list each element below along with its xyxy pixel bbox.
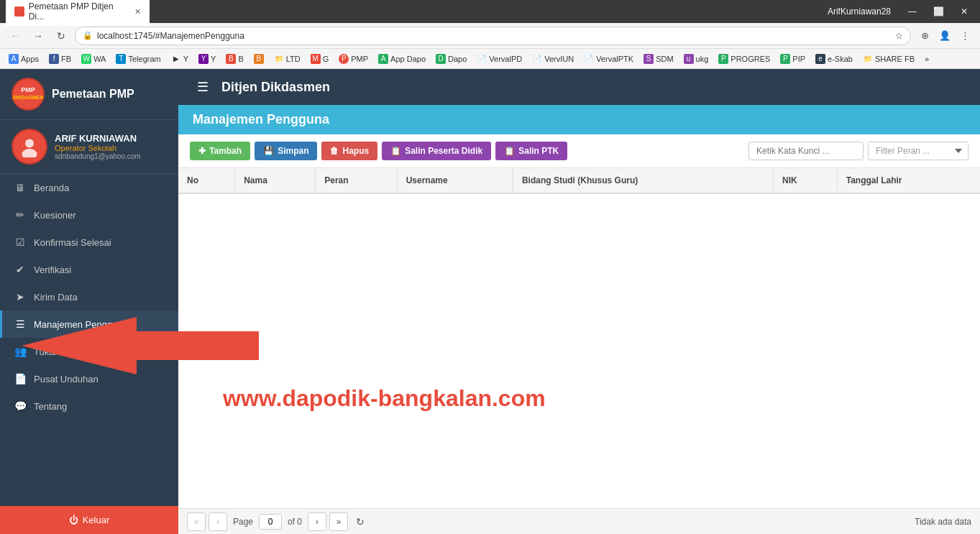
sidebar-item-manajemenpengguna[interactable]: ☰ Manajemen Pengguna [0,310,178,338]
salin-ptk-label: Salin PTK [518,146,559,156]
user-role: Operator Sekolah [55,144,141,152]
bookmark-wa[interactable]: W WA [77,52,110,65]
manajemen-icon: ☰ [14,318,27,330]
bookmark-appdapo-label: App Dapo [390,55,426,63]
page-number-input[interactable] [259,514,282,530]
first-page-button[interactable]: « [187,512,206,531]
extensions-icon[interactable]: ⊕ [915,27,934,45]
bookmark-y2[interactable]: Y Y [194,52,220,65]
sidebar-item-tentang[interactable]: 💬 Tentang [0,392,178,420]
sidebar-item-kirimdata[interactable]: ➤ Kirim Data [0,283,178,310]
bookmark-pip[interactable]: P PIP [776,52,810,65]
profile-icon[interactable]: 👤 [935,27,954,45]
tab-close-button[interactable]: ✕ [134,7,141,17]
refresh-button[interactable]: ↻ [52,27,70,45]
tab-favicon [14,6,24,17]
eskab-icon: e [815,54,825,64]
bookmark-verviun[interactable]: 📄 VervIUN [528,52,578,65]
search-input[interactable] [748,142,864,160]
sidebar-avatar-row: ARIF KURNIAWAN Operator Sekolah sdnbandu… [12,129,167,165]
last-page-button[interactable]: » [329,512,348,531]
sidebar-item-konfirmasi[interactable]: ☑ Konfirmasi Selesai [0,229,178,256]
bookmark-vervalptk-label: VervalPTK [596,55,633,63]
simpan-button[interactable]: 💾 Simpan [255,142,317,160]
close-button[interactable]: ✕ [954,1,974,22]
sidebar-item-tukarpengguna[interactable]: 👥 Tukar Pengguna [0,338,178,365]
simpan-label: Simpan [278,146,308,156]
konfirmasi-icon: ☑ [14,236,27,248]
hapus-button[interactable]: 🗑 Hapus [321,142,377,160]
arrow-annotation [178,310,259,384]
bookmark-gmail[interactable]: M G [306,52,334,65]
telegram-icon: T [116,54,126,64]
watermark: www.dapodik-bangkalan.com [223,385,546,412]
bookmark-b2[interactable]: B [249,52,268,65]
sidebar-item-beranda[interactable]: 🖥 Beranda [0,174,178,201]
next-page-button[interactable]: › [308,512,326,531]
bookmark-vervalpd-label: VervalPD [489,55,522,63]
prev-page-button[interactable]: ‹ [209,512,227,531]
browser-right-icons: ⊕ 👤 ⋮ [915,27,974,45]
bookmark-ukg-label: ukg [696,55,709,63]
apps-bookmark-icon: A [9,54,19,64]
bookmark-vervalpd[interactable]: 📄 VervalPD [472,52,526,65]
sidebar-item-verifikasi[interactable]: ✔ Verifikasi [0,256,178,283]
bookmark-telegram[interactable]: T Telegram [111,52,165,65]
salin-ptk-button[interactable]: 📋 Salin PTK [495,142,567,160]
logout-button[interactable]: ⏻ Keluar [0,506,178,534]
salin-peserta-button[interactable]: 📋 Salin Peserta Didik [382,142,491,160]
bookmark-appdapo[interactable]: A App Dapo [374,52,430,65]
browser-titlebar: Pemetaan PMP Ditjen Di... ✕ ArifKurniawa… [0,0,980,23]
tambah-button[interactable]: ✚ Tambah [190,142,250,160]
bookmark-apps[interactable]: A Apps [4,52,43,65]
browser-tab[interactable]: Pemetaan PMP Ditjen Di... ✕ [6,0,150,26]
bookmark-dapo[interactable]: D Dapo [431,52,471,65]
maximize-button[interactable]: ⬜ [928,1,948,22]
more-bookmarks[interactable]: » [920,53,933,65]
data-table: No Nama Peran Username Bidang Studi (Khu… [178,168,980,194]
beranda-icon: 🖥 [14,182,27,193]
minimize-button[interactable]: — [902,1,922,22]
bookmark-vervalptk[interactable]: 📄 VervalPTK [580,52,638,65]
bookmark-pip-label: PIP [792,55,805,63]
sidebar-item-pusatunduhan[interactable]: 📄 Pusat Unduhan [0,365,178,392]
bookmark-eskab[interactable]: e e-Skab [811,52,857,65]
address-bar-container: ← → ↻ 🔒 localhost:1745/#ManajemenPenggun… [0,23,980,49]
sidebar-item-kuesioner[interactable]: ✏ Kuesioner [0,201,178,229]
bookmark-sharefb[interactable]: 📁 SHARE FB [858,52,919,65]
hamburger-button[interactable]: ☰ [193,78,213,96]
filter-select[interactable]: Filter Peran ... [868,142,968,160]
toolbar: ✚ Tambah 💾 Simpan 🗑 Hapus 📋 Salin Pesert… [178,134,980,168]
bookmark-fb[interactable]: f FB [45,52,75,65]
fb-icon: f [49,54,59,64]
avatar-icon [19,136,40,157]
forward-button[interactable]: → [29,27,47,45]
toolbar-search: Filter Peran ... [748,142,968,160]
bookmark-y1[interactable]: ▶ Y [167,52,193,65]
bookmark-ltd[interactable]: 📁 LTD [270,52,305,65]
kirimdata-icon: ➤ [14,291,27,303]
bookmark-y2-label: Y [211,55,216,63]
bookmark-sdm[interactable]: S SDM [639,52,677,65]
sidebar-navigation: 🖥 Beranda ✏ Kuesioner ☑ Konfirmasi Seles… [0,174,178,506]
page-label: Page [230,517,256,527]
bookmark-progres[interactable]: P PROGRES [714,52,774,65]
bookmark-verviun-label: VervIUN [544,55,574,63]
bookmark-apps-label: Apps [21,55,39,63]
sidebar-header: PMPDIKDASMEN Pemetaan PMP [0,69,178,120]
address-bar[interactable]: 🔒 localhost:1745/#ManajemenPengguna ☆ [75,27,911,45]
star-icon[interactable]: ☆ [895,31,903,41]
bookmark-telegram-label: Telegram [128,55,160,63]
refresh-button[interactable]: ↻ [351,512,370,531]
back-button[interactable]: ← [6,27,24,45]
col-nik: NIK [773,168,837,193]
bookmark-pmp[interactable]: P PMP [334,52,372,65]
verviun-icon: 📄 [532,54,542,64]
bookmark-g-label: G [323,55,329,63]
menu-icon[interactable]: ⋮ [956,27,974,45]
svg-marker-2 [178,317,259,374]
bookmark-b1[interactable]: B B [221,52,247,65]
verifikasi-icon: ✔ [14,264,27,275]
page-header: Manajemen Pengguna [178,105,980,134]
bookmark-ukg[interactable]: u ukg [679,52,713,65]
